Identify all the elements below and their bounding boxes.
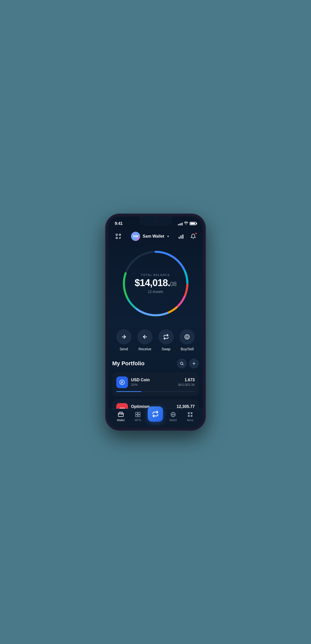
- center-action-icon: [152, 411, 159, 417]
- swap-label: Swap: [162, 347, 171, 351]
- optimism-amount: 12,305.77: [177, 404, 195, 409]
- send-label: Send: [120, 347, 128, 351]
- svg-point-23: [185, 334, 189, 339]
- scan-icon: [116, 234, 121, 239]
- buysell-button[interactable]: Buy/Sell: [178, 329, 196, 351]
- wifi-icon: [184, 222, 188, 225]
- usdc-usd: $43,003.34: [178, 383, 195, 387]
- web3-nav-label: Web3: [170, 419, 177, 422]
- balance-section: TOTAL BALANCE $14,018.08 12 Assets: [108, 245, 203, 327]
- nav-more[interactable]: More: [183, 411, 197, 422]
- asset-row: USD Coin 32% 1.673 $43,003.34: [116, 376, 195, 388]
- notification-badge: [195, 232, 197, 235]
- dollar-circle-icon: [119, 379, 125, 385]
- balance-label: TOTAL BALANCE: [135, 273, 176, 276]
- asset-card-usdc[interactable]: USD Coin 32% 1.673 $43,003.34: [112, 372, 199, 396]
- balance-cents: 08: [170, 280, 176, 287]
- usdc-icon: [116, 376, 128, 388]
- wallet-icon: [118, 411, 124, 418]
- svg-rect-11: [182, 234, 183, 239]
- chevron-down-icon: ▾: [167, 235, 169, 238]
- receive-button[interactable]: Receive: [136, 329, 154, 351]
- center-action-button[interactable]: [148, 406, 163, 422]
- svg-rect-10: [181, 235, 182, 239]
- svg-rect-35: [136, 415, 138, 417]
- balance-info: TOTAL BALANCE $14,018.08 12 Assets: [135, 273, 176, 294]
- usdc-progress-fill: [116, 391, 141, 392]
- balance-amount: $14,018.08: [135, 278, 176, 288]
- svg-rect-32: [118, 413, 123, 417]
- receive-label: Receive: [139, 347, 152, 351]
- buysell-circle: [179, 329, 195, 344]
- app-header: SW Sam Wallet ▾: [108, 229, 203, 245]
- phone-screen: 9:41: [108, 217, 203, 428]
- svg-rect-1: [119, 234, 121, 235]
- battery-icon: [190, 222, 196, 225]
- phone-frame: 9:41: [106, 214, 205, 430]
- svg-rect-42: [188, 415, 190, 417]
- svg-rect-43: [191, 415, 192, 417]
- notch-dot: [154, 219, 157, 223]
- signal-icon: [178, 222, 183, 225]
- svg-rect-0: [116, 234, 118, 235]
- plus-icon: [192, 361, 196, 366]
- portfolio-header-actions: [177, 359, 199, 368]
- svg-line-28: [183, 364, 183, 365]
- notch: [139, 217, 172, 226]
- wallet-nav-label: Wallet: [117, 419, 125, 422]
- user-selector[interactable]: SW Sam Wallet ▾: [131, 232, 169, 241]
- svg-rect-34: [138, 412, 140, 414]
- add-asset-button[interactable]: [189, 359, 199, 368]
- portfolio-header: My Portfolio: [112, 359, 199, 368]
- scan-button[interactable]: [113, 231, 123, 241]
- balance-assets-count: 12 Assets: [135, 290, 176, 294]
- user-name: Sam Wallet: [143, 234, 164, 239]
- svg-rect-41: [191, 412, 192, 414]
- usdc-percent: 32%: [131, 383, 175, 387]
- avatar: SW: [131, 232, 140, 241]
- header-actions: [176, 232, 198, 241]
- swap-circle: [158, 329, 174, 344]
- usdc-progress-bar: [116, 391, 195, 392]
- chart-icon: [178, 234, 184, 239]
- usdc-values: 1.673 $43,003.34: [178, 378, 195, 387]
- usdc-name: USD Coin: [131, 378, 175, 382]
- svg-rect-2: [116, 237, 118, 239]
- usdc-info: USD Coin 32%: [131, 378, 175, 387]
- nav-nfts[interactable]: NFTs: [131, 411, 145, 422]
- balance-ring: TOTAL BALANCE $14,018.08 12 Assets: [120, 248, 191, 319]
- usdc-amount: 1.673: [178, 378, 195, 382]
- svg-rect-36: [138, 415, 140, 417]
- search-icon: [180, 361, 184, 366]
- search-button[interactable]: [177, 359, 187, 368]
- nfts-icon: [135, 411, 141, 418]
- more-icon: [187, 411, 193, 418]
- svg-rect-9: [179, 237, 180, 238]
- nav-wallet[interactable]: Wallet: [114, 411, 128, 422]
- more-nav-label: More: [187, 419, 193, 422]
- svg-point-24: [186, 336, 188, 338]
- chart-button[interactable]: [176, 232, 186, 241]
- receive-circle: [137, 329, 153, 344]
- status-icons: [178, 222, 196, 225]
- web3-icon: [170, 411, 176, 418]
- portfolio-title: My Portfolio: [112, 360, 144, 367]
- action-buttons: Send Receive: [108, 327, 203, 359]
- send-button[interactable]: Send: [115, 329, 133, 351]
- notifications-button[interactable]: [189, 232, 198, 241]
- nav-web3[interactable]: Web3: [166, 411, 180, 422]
- status-time: 9:41: [115, 221, 123, 226]
- nfts-nav-label: NFTs: [135, 419, 141, 422]
- swap-button[interactable]: Swap: [157, 329, 175, 351]
- bottom-nav: Wallet NFTs: [108, 409, 203, 428]
- svg-rect-33: [136, 412, 138, 414]
- buysell-label: Buy/Sell: [181, 347, 194, 351]
- svg-rect-40: [188, 412, 190, 414]
- send-circle: [116, 329, 132, 344]
